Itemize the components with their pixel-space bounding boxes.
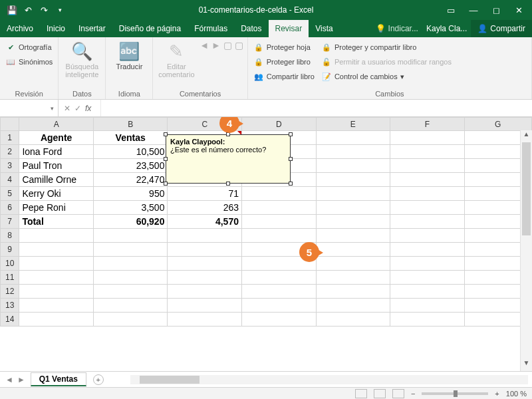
cell[interactable]: 3,500 <box>93 201 168 215</box>
view-normal-icon[interactable] <box>355 389 367 398</box>
scroll-up-icon[interactable]: ▲ <box>521 130 532 142</box>
cell[interactable] <box>390 159 465 173</box>
row-header[interactable]: 13 <box>1 299 19 313</box>
col-header[interactable]: G <box>464 118 531 131</box>
tab-insertar[interactable]: Insertar <box>72 20 112 37</box>
cell[interactable] <box>316 229 390 243</box>
zoom-slider[interactable] <box>422 392 488 395</box>
share-button[interactable]: 👤 Compartir <box>471 20 532 37</box>
view-pagebreak-icon[interactable] <box>392 389 404 398</box>
cell[interactable] <box>168 257 242 271</box>
cell[interactable] <box>316 131 390 145</box>
cell[interactable] <box>241 271 316 285</box>
vertical-scrollbar[interactable]: ▲ ▼ <box>520 130 532 371</box>
col-header[interactable]: E <box>316 118 390 131</box>
cell[interactable]: Iona Ford <box>19 145 94 159</box>
cell[interactable] <box>168 243 242 257</box>
fx-icon[interactable]: fx <box>85 104 95 113</box>
sheet-prev-icon[interactable]: ◄ <box>5 375 13 384</box>
cell[interactable]: 263 <box>168 201 242 215</box>
row-header[interactable]: 4 <box>1 173 19 187</box>
cell[interactable] <box>93 243 168 257</box>
name-box[interactable]: ▾ <box>0 100 59 116</box>
tab-datos[interactable]: Datos <box>234 20 268 37</box>
cell[interactable] <box>241 187 316 201</box>
cell[interactable] <box>19 257 94 271</box>
cell[interactable] <box>316 271 390 285</box>
cell[interactable] <box>168 299 242 313</box>
editar-comentario-button[interactable]: ✎Editar comentario <box>157 40 196 78</box>
cell[interactable] <box>390 285 465 299</box>
enter-icon[interactable]: ✓ <box>74 104 81 113</box>
cell[interactable] <box>316 299 390 313</box>
row-header[interactable]: 6 <box>1 201 19 215</box>
cell[interactable] <box>316 313 390 327</box>
zoom-level[interactable]: 100 % <box>506 390 527 398</box>
cell[interactable] <box>316 285 390 299</box>
cell[interactable] <box>390 299 465 313</box>
cell[interactable] <box>390 229 465 243</box>
cell[interactable] <box>19 299 94 313</box>
cell[interactable] <box>19 313 94 327</box>
save-icon[interactable]: 💾 <box>5 3 19 17</box>
cell[interactable] <box>390 187 465 201</box>
user-name[interactable]: Kayla Cla... <box>422 24 471 33</box>
compartir-libro-button[interactable]: 👥Compartir libro <box>252 69 316 84</box>
row-header[interactable]: 5 <box>1 187 19 201</box>
scroll-thumb[interactable] <box>522 142 531 235</box>
scroll-down-icon[interactable]: ▼ <box>521 359 532 371</box>
cell[interactable]: 950 <box>93 187 168 201</box>
cell[interactable]: 10,500 <box>93 145 168 159</box>
busqueda-button[interactable]: 🔍Búsqueda inteligente <box>63 40 101 78</box>
minimize-icon[interactable]: — <box>463 3 484 17</box>
cell[interactable] <box>168 229 242 243</box>
cell[interactable]: Pepe Roni <box>19 201 94 215</box>
cell[interactable]: Paul Tron <box>19 159 94 173</box>
col-header[interactable]: F <box>390 118 465 131</box>
cell[interactable] <box>241 229 316 243</box>
cell[interactable]: 23,500 <box>93 159 168 173</box>
tab-diseno[interactable]: Diseño de página <box>112 20 188 37</box>
cell[interactable] <box>93 271 168 285</box>
cell[interactable]: Agente <box>19 131 94 145</box>
cell[interactable] <box>241 285 316 299</box>
row-header[interactable]: 7 <box>1 215 19 229</box>
maximize-icon[interactable]: ◻ <box>485 3 507 17</box>
cell[interactable] <box>241 313 316 327</box>
cell[interactable] <box>93 285 168 299</box>
cell[interactable] <box>390 313 465 327</box>
zoom-out-icon[interactable]: − <box>411 390 415 398</box>
proteger-hoja-button[interactable]: 🔒Proteger hoja <box>252 40 316 55</box>
cell[interactable] <box>168 313 242 327</box>
row-header[interactable]: 11 <box>1 271 19 285</box>
cell[interactable] <box>316 243 390 257</box>
cell[interactable] <box>241 299 316 313</box>
cell[interactable] <box>241 215 316 229</box>
cell[interactable] <box>19 243 94 257</box>
undo-icon[interactable]: ↶ <box>21 3 35 17</box>
cell[interactable] <box>316 187 390 201</box>
cell[interactable]: 4,570 <box>168 215 242 229</box>
control-cambios-button[interactable]: 📝Control de cambios ▾ <box>320 69 453 84</box>
sheet-next-icon[interactable]: ► <box>17 375 25 384</box>
cell[interactable] <box>93 299 168 313</box>
cell[interactable]: Total <box>19 215 94 229</box>
permitir-rangos-button[interactable]: 🔓Permitir a usuarios modificar rangos <box>320 55 453 69</box>
cell[interactable] <box>316 145 390 159</box>
tab-vista[interactable]: Vista <box>309 20 339 37</box>
row-header[interactable]: 14 <box>1 313 19 327</box>
tell-me[interactable]: 💡 Indicar... <box>372 24 422 33</box>
ortografia-button[interactable]: ✔Ortografía <box>4 40 54 55</box>
comment-nav-icons[interactable]: ◄ ► ▢ ▢ <box>200 40 243 51</box>
view-layout-icon[interactable] <box>374 389 386 398</box>
close-icon[interactable]: ✕ <box>508 3 529 17</box>
sinonimos-button[interactable]: 📖Sinónimos <box>4 55 54 69</box>
tab-inicio[interactable]: Inicio <box>40 20 72 37</box>
row-header[interactable]: 2 <box>1 145 19 159</box>
cell[interactable]: 71 <box>168 187 242 201</box>
cell[interactable] <box>390 173 465 187</box>
cell[interactable] <box>316 159 390 173</box>
comment-box[interactable]: Kayla Claypool: ¿Este es el número corre… <box>166 134 291 184</box>
proteger-compartir-button[interactable]: 🔒Proteger y compartir libro <box>320 40 453 55</box>
cell[interactable] <box>93 313 168 327</box>
